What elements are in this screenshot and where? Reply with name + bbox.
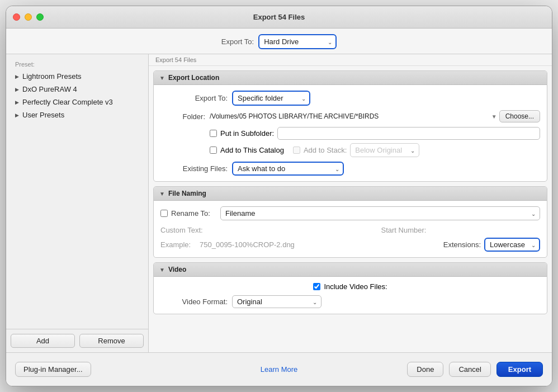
file-naming-body: Rename To: Filename Custom Name Date - F… [154,201,547,257]
triangle-icon: ▼ [159,267,165,273]
traffic-lights [13,13,44,21]
chevron-right-icon: ▶ [15,74,19,79]
sidebar-item-label: Lightroom Presets [22,72,82,81]
bottom-left: Plug-in Manager... [15,362,191,377]
video-header: ▼ Video [154,263,547,277]
folder-dropdown-icon: ▼ [491,114,497,120]
export-to-label: Export To: [221,37,254,46]
chevron-right-icon: ▶ [15,87,19,92]
folder-path: /Volumes/05 PHOTOS LIBRARY/THE ARCHIVE/*… [210,112,488,120]
include-video-row: Include Video Files: [160,282,540,291]
maximize-button[interactable] [36,13,44,21]
main-window: Export 54 Files Export To: Hard Drive Em… [6,6,552,386]
below-original-select[interactable]: Below Original Above Original [350,143,419,157]
file-naming-section: ▼ File Naming Rename To: Filename Custom… [153,186,547,258]
existing-files-label: Existing Files: [160,164,228,173]
video-format-row: Video Format: Original H.264 DPX ⌄ [160,295,540,308]
export-location-to-row: Export To: Specific folder Desktop Docum… [160,91,540,106]
window-title: Export 54 Files [253,13,305,21]
filename-wrapper: Filename Custom Name Date - Filename Seq… [220,206,540,220]
preset-label: Preset: [6,59,148,70]
sidebar: Preset: ▶ Lightroom Presets ▶ DxO PureRA… [6,54,149,352]
extensions-select[interactable]: Lowercase Uppercase [484,238,540,252]
scroll-content[interactable]: ▼ Export Location Export To: Specific fo… [149,66,552,352]
chevron-right-icon: ▶ [15,112,19,118]
sidebar-item-label: DxO PureRAW 4 [22,85,77,93]
export-to-bar: Export To: Hard Drive Email CD/DVD ⌄ [6,29,552,54]
add-to-stack-group: Add to Stack: Below Original Above Origi… [293,143,419,157]
existing-files-wrapper: Ask what to do Choose a new name Overwri… [232,162,344,176]
bottom-bar: Plug-in Manager... Learn More Done Cance… [6,352,552,386]
folder-row: Folder: /Volumes/05 PHOTOS LIBRARY/THE A… [160,110,540,122]
video-title: Video [168,266,186,273]
export-location-body: Export To: Specific folder Desktop Docum… [154,85,547,181]
add-to-stack-label: Add to Stack: [304,146,347,154]
video-format-wrapper: Original H.264 DPX ⌄ [232,295,321,308]
export-location-title: Export Location [168,74,219,82]
location-export-to-select[interactable]: Specific folder Desktop Documents Home F… [232,91,310,106]
custom-text-label: Custom Text: [160,226,222,234]
cancel-button[interactable]: Cancel [449,362,490,377]
file-naming-header: ▼ File Naming [154,187,547,201]
existing-files-select[interactable]: Ask what to do Choose a new name Overwri… [232,162,344,176]
extensions-wrapper: Lowercase Uppercase ⌄ [484,238,540,252]
location-export-to-wrapper: Specific folder Desktop Documents Home F… [232,91,310,106]
sidebar-item-label: User Presets [22,111,64,119]
export-to-wrapper: Hard Drive Email CD/DVD ⌄ [258,34,337,49]
remove-button[interactable]: Remove [79,334,144,348]
export-location-header: ▼ Export Location [154,71,547,85]
existing-files-row: Existing Files: Ask what to do Choose a … [160,162,540,176]
sidebar-item-user-presets[interactable]: ▶ User Presets [6,108,148,121]
example-ext-row: Example: 750_0095-100%CROP-2.dng Extensi… [160,238,540,252]
plugin-manager-button[interactable]: Plug-in Manager... [15,362,91,377]
sidebar-item-perfectly-clear[interactable]: ▶ Perfectly Clear Complete v3 [6,96,148,108]
export-location-to-label: Export To: [160,94,228,102]
minimize-button[interactable] [25,13,32,21]
add-to-catalog-checkbox[interactable] [210,147,217,154]
sidebar-item-dxo-pureraw[interactable]: ▶ DxO PureRAW 4 [6,83,148,96]
body-content: Preset: ▶ Lightroom Presets ▶ DxO PureRA… [6,54,552,352]
bottom-right: Done Cancel Export [367,362,543,377]
learn-more-link[interactable]: Learn More [261,365,297,374]
folder-label: Folder: [160,112,205,121]
done-button[interactable]: Done [407,362,443,377]
extensions-label: Extensions: [443,240,481,249]
rename-to-label: Rename To: [171,209,216,218]
subfolder-row: Put in Subfolder: [160,127,540,140]
triangle-icon: ▼ [159,75,165,81]
add-to-catalog-label: Add to This Catalog [220,146,284,154]
sidebar-item-lightroom-presets[interactable]: ▶ Lightroom Presets [6,70,148,83]
close-button[interactable] [13,13,20,21]
right-panel: Export 54 Files ▼ Export Location Export… [149,54,552,352]
video-format-select[interactable]: Original H.264 DPX [232,295,321,308]
custom-start-row: Custom Text: Start Number: [160,226,540,234]
triangle-icon: ▼ [159,191,165,197]
sidebar-item-label: Perfectly Clear Complete v3 [22,98,113,106]
choose-button[interactable]: Choose... [499,110,540,122]
panel-header: Export 54 Files [149,54,552,66]
video-section: ▼ Video Include Video Files: [153,262,547,314]
rename-checkbox[interactable] [160,210,168,217]
start-number-label: Start Number: [381,226,541,234]
subfolder-label: Put in Subfolder: [220,129,274,138]
catalog-stack-row: Add to This Catalog Add to Stack: Below … [160,143,540,157]
titlebar: Export 54 Files [6,6,552,29]
export-button[interactable]: Export [496,362,543,377]
video-body: Include Video Files: Video Format: Origi… [154,277,547,314]
export-to-select[interactable]: Hard Drive Email CD/DVD [258,34,337,49]
video-format-label: Video Format: [160,297,228,306]
chevron-right-icon: ▶ [15,100,19,105]
below-original-wrapper: Below Original Above Original ⌄ [350,143,419,157]
include-video-group: Include Video Files: [313,282,387,291]
include-video-checkbox[interactable] [313,283,320,290]
add-to-catalog-group: Add to This Catalog [210,146,284,154]
include-video-label: Include Video Files: [324,282,387,291]
subfolder-checkbox[interactable] [210,130,217,137]
add-to-stack-checkbox[interactable] [293,147,300,154]
example-label: Example: [160,240,200,249]
subfolder-input[interactable] [277,127,540,140]
add-button[interactable]: Add [11,334,75,348]
filename-select[interactable]: Filename Custom Name Date - Filename Seq… [220,206,540,220]
bottom-center: Learn More [191,365,367,374]
example-value: 750_0095-100%CROP-2.dng [200,240,443,249]
